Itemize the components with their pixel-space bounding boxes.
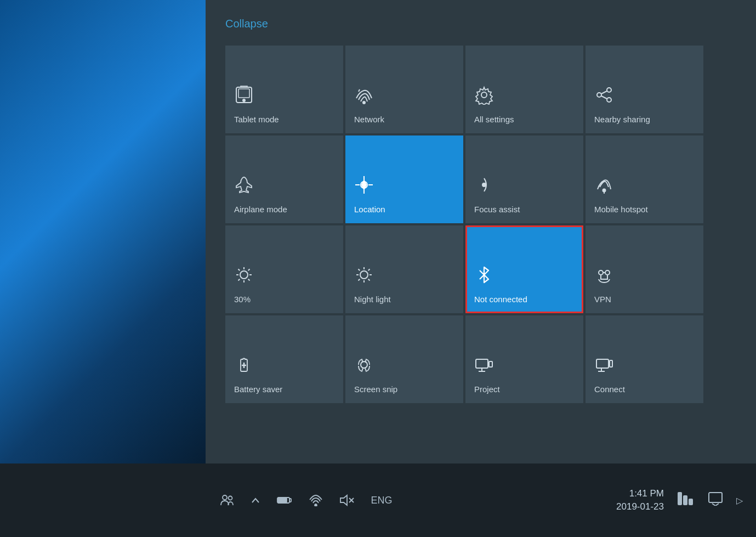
svg-line-10: [601, 96, 607, 99]
focus-assist-icon: [474, 175, 494, 195]
tile-network[interactable]: Network: [345, 46, 463, 133]
svg-line-27: [238, 279, 240, 281]
taskbar-system-icons: ENG: [13, 493, 599, 507]
svg-point-37: [599, 270, 603, 275]
svg-marker-60: [340, 495, 347, 505]
mobile-hotspot-icon: [594, 175, 614, 195]
svg-line-4: [359, 89, 360, 92]
svg-rect-57: [278, 498, 287, 502]
svg-point-54: [223, 495, 227, 500]
svg-rect-63: [678, 493, 681, 505]
settings-icon: [474, 85, 494, 105]
tile-bluetooth[interactable]: Not connected: [465, 225, 583, 313]
quick-actions-grid: Tablet mode Network: [206, 46, 756, 403]
taskbar-time-display: 1:41 PM: [616, 487, 664, 500]
tile-tablet-mode-label: Tablet mode: [234, 115, 279, 125]
night-light-icon: [354, 265, 374, 285]
tile-all-settings[interactable]: All settings: [465, 46, 583, 133]
tile-battery-saver[interactable]: Battery saver: [225, 315, 343, 403]
tile-location-label: Location: [354, 205, 385, 214]
tile-bluetooth-label: Not connected: [474, 295, 527, 304]
location-icon: [354, 175, 374, 195]
volume-mute-taskbar-icon[interactable]: [339, 494, 355, 506]
tile-mobile-hotspot[interactable]: Mobile hotspot: [586, 135, 703, 223]
tile-network-label: Network: [354, 115, 384, 125]
tile-nearby-sharing-label: Nearby sharing: [594, 115, 650, 125]
svg-rect-64: [684, 496, 687, 505]
svg-point-1: [243, 99, 245, 101]
tile-project-label: Project: [474, 385, 500, 394]
svg-rect-43: [476, 359, 488, 368]
project-icon: [474, 355, 494, 375]
language-indicator[interactable]: ENG: [371, 495, 393, 506]
svg-point-3: [363, 101, 365, 104]
bluetooth-icon: [474, 265, 494, 285]
action-center-taskbar-button[interactable]: [708, 491, 723, 510]
network-icon: [354, 85, 374, 105]
language-label: ENG: [371, 495, 393, 506]
svg-line-24: [238, 269, 240, 271]
desktop-wallpaper: [0, 0, 206, 463]
svg-point-38: [605, 270, 610, 275]
svg-rect-2: [238, 89, 249, 98]
svg-rect-46: [489, 361, 492, 367]
svg-point-59: [315, 504, 317, 506]
svg-rect-58: [289, 499, 291, 502]
battery-saver-icon: [234, 355, 254, 375]
wifi-taskbar-icon[interactable]: [309, 494, 323, 506]
svg-rect-66: [709, 493, 722, 502]
tile-night-light[interactable]: Night light: [345, 225, 463, 313]
svg-point-5: [481, 92, 487, 98]
tile-screen-snip[interactable]: Screen snip: [345, 315, 463, 403]
taskbar: ENG 1:41 PM 2019-01-23 ▷: [0, 463, 756, 537]
tile-airplane-mode[interactable]: Airplane mode: [225, 135, 343, 223]
mouse-cursor-indicator: ▷: [736, 495, 743, 506]
brightness-icon: [234, 265, 254, 285]
tile-brightness[interactable]: 30%: [225, 225, 343, 313]
svg-line-34: [368, 279, 370, 281]
battery-taskbar-icon: [277, 495, 292, 505]
collapse-button[interactable]: Collapse: [206, 0, 288, 46]
airplane-mode-icon: [234, 175, 254, 195]
svg-line-33: [359, 269, 360, 271]
tile-night-light-label: Night light: [354, 295, 391, 304]
tablet-mode-icon: [234, 85, 254, 105]
tile-vpn-label: VPN: [594, 295, 611, 304]
svg-point-28: [360, 271, 368, 279]
tile-brightness-label: 30%: [234, 295, 251, 304]
tile-location[interactable]: Location: [345, 135, 463, 223]
svg-line-26: [248, 269, 250, 271]
tile-focus-assist[interactable]: Focus assist: [465, 135, 583, 223]
action-center-panel: Collapse Tablet mode: [206, 0, 756, 463]
screen-snip-icon: [354, 355, 374, 375]
svg-point-7: [597, 93, 601, 97]
chevron-up-taskbar-icon[interactable]: [251, 495, 260, 505]
nearby-sharing-icon: [594, 85, 614, 105]
svg-line-25: [248, 279, 250, 281]
tile-screen-snip-label: Screen snip: [354, 385, 397, 394]
svg-point-16: [482, 183, 486, 186]
tile-project[interactable]: Project: [465, 315, 583, 403]
taskbar-right-area: 1:41 PM 2019-01-23 ▷: [616, 487, 743, 513]
taskbar-clock[interactable]: 1:41 PM 2019-01-23: [616, 487, 664, 513]
vpn-icon: [594, 265, 614, 285]
svg-point-6: [607, 88, 611, 92]
svg-point-55: [228, 496, 232, 500]
tile-nearby-sharing[interactable]: Nearby sharing: [586, 46, 703, 133]
tile-connect[interactable]: Connect: [586, 315, 703, 403]
tile-all-settings-label: All settings: [474, 115, 514, 125]
tile-tablet-mode[interactable]: Tablet mode: [225, 46, 343, 133]
tile-battery-saver-label: Battery saver: [234, 385, 282, 394]
svg-point-8: [607, 98, 611, 102]
svg-line-9: [601, 91, 607, 94]
svg-rect-65: [689, 499, 692, 505]
svg-point-42: [361, 361, 367, 368]
bars-icon: [677, 491, 695, 510]
taskbar-date-display: 2019-01-23: [616, 500, 664, 513]
tile-connect-label: Connect: [594, 385, 625, 394]
tile-vpn[interactable]: VPN: [586, 225, 703, 313]
svg-point-19: [240, 271, 248, 279]
svg-line-36: [359, 279, 360, 281]
people-taskbar-icon[interactable]: [220, 493, 234, 507]
tile-focus-assist-label: Focus assist: [474, 205, 520, 214]
